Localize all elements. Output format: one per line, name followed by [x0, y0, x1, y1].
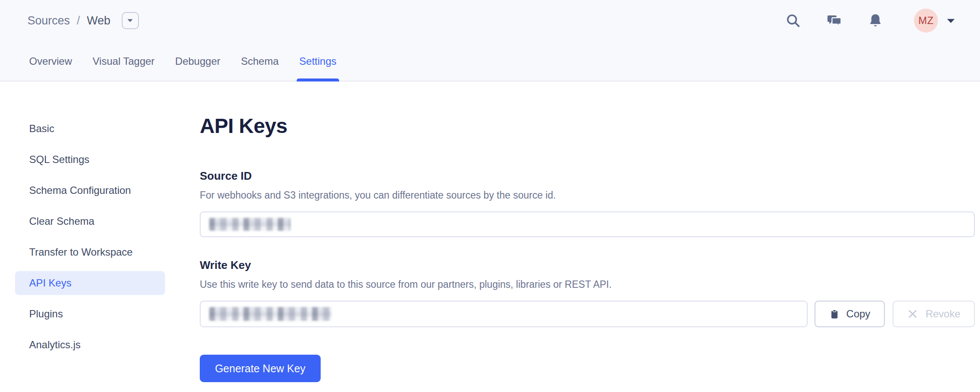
source-id-description: For webhooks and S3 integrations, you ca…: [200, 190, 975, 201]
source-switcher-button[interactable]: [122, 12, 139, 29]
sidebar-item-label: API Keys: [29, 277, 72, 289]
sidebar-item-basic[interactable]: Basic: [15, 117, 165, 141]
topbar: Sources / Web: [0, 0, 980, 41]
settings-sidebar: BasicSQL SettingsSchema ConfigurationCle…: [15, 117, 165, 364]
caret-down-icon: [947, 18, 955, 24]
main-panel: API Keys Source ID For webhooks and S3 i…: [200, 114, 975, 382]
breadcrumb: Sources / Web: [27, 12, 139, 29]
source-id-input[interactable]: [200, 211, 975, 237]
breadcrumb-current-source: Web: [87, 14, 111, 27]
page-title: API Keys: [200, 114, 975, 138]
sidebar-item-label: Transfer to Workspace: [29, 246, 132, 258]
tab-overview[interactable]: Overview: [29, 41, 72, 81]
sidebar-item-sql-settings[interactable]: SQL Settings: [15, 148, 165, 172]
sidebar-item-transfer-to-workspace[interactable]: Transfer to Workspace: [15, 240, 165, 264]
source-id-section: Source ID For webhooks and S3 integratio…: [200, 169, 975, 237]
app-header: Sources / Web: [0, 0, 980, 81]
tab-label: Overview: [29, 55, 72, 67]
search-icon[interactable]: [785, 12, 802, 29]
account-menu[interactable]: MZ: [914, 9, 955, 33]
breadcrumb-separator: /: [77, 14, 80, 27]
bell-icon[interactable]: [867, 12, 884, 29]
generate-new-key-button[interactable]: Generate New Key: [200, 355, 321, 382]
tab-settings[interactable]: Settings: [299, 41, 337, 81]
revoke-button[interactable]: Revoke: [893, 301, 975, 327]
topbar-icons: MZ: [785, 9, 955, 33]
tab-label: Settings: [299, 55, 337, 67]
write-key-redacted-value: [209, 307, 331, 321]
copy-button[interactable]: Copy: [815, 301, 885, 327]
source-id-redacted-value: [209, 218, 291, 231]
chat-icon[interactable]: [826, 12, 843, 29]
sidebar-item-plugins[interactable]: Plugins: [15, 302, 165, 326]
sidebar-item-label: SQL Settings: [29, 154, 90, 166]
tab-visual-tagger[interactable]: Visual Tagger: [93, 41, 155, 81]
tab-label: Schema: [241, 55, 279, 67]
chevron-down-icon: [127, 18, 133, 23]
avatar-initials: MZ: [918, 15, 934, 27]
sidebar-item-clear-schema[interactable]: Clear Schema: [15, 209, 165, 233]
revoke-button-label: Revoke: [926, 308, 960, 320]
sidebar-item-schema-configuration[interactable]: Schema Configuration: [15, 178, 165, 202]
write-key-label: Write Key: [200, 259, 975, 272]
sidebar-item-api-keys[interactable]: API Keys: [15, 271, 165, 295]
sidebar-item-label: Basic: [29, 123, 54, 135]
write-key-row: Copy Revoke: [200, 301, 975, 327]
sidebar-item-label: Clear Schema: [29, 215, 94, 227]
sidebar-item-label: Plugins: [29, 308, 63, 320]
source-id-label: Source ID: [200, 169, 975, 183]
write-key-description: Use this write key to send data to this …: [200, 279, 975, 290]
sidebar-item-label: Analytics.js: [29, 339, 81, 351]
tab-bar: OverviewVisual TaggerDebuggerSchemaSetti…: [0, 41, 980, 81]
tab-label: Visual Tagger: [93, 55, 155, 67]
sidebar-item-label: Schema Configuration: [29, 184, 131, 196]
x-icon: [907, 308, 918, 320]
write-key-input[interactable]: [200, 301, 808, 327]
clipboard-icon: [829, 309, 840, 320]
write-key-section: Write Key Use this write key to send dat…: [200, 259, 975, 327]
tab-debugger[interactable]: Debugger: [175, 41, 220, 81]
breadcrumb-sources-link[interactable]: Sources: [27, 14, 70, 27]
tab-schema[interactable]: Schema: [241, 41, 279, 81]
sidebar-item-analytics-js[interactable]: Analytics.js: [15, 333, 165, 357]
avatar[interactable]: MZ: [914, 9, 938, 33]
copy-button-label: Copy: [846, 308, 870, 320]
tab-label: Debugger: [175, 55, 220, 67]
